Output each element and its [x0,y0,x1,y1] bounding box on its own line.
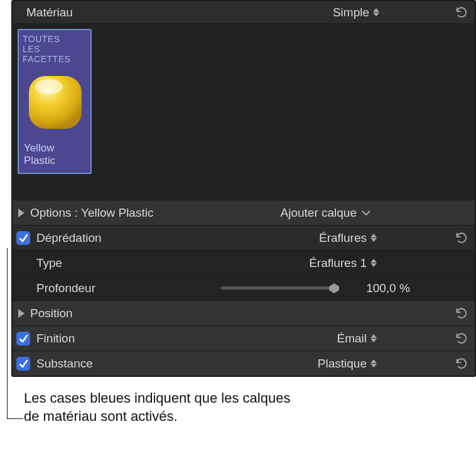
updown-icon [371,334,377,342]
substance-value-label: Plastique [318,357,367,371]
substance-row: Substance Plastique [13,351,475,376]
updown-icon [371,234,377,242]
material-thumb [23,68,88,137]
type-row: Type Éraflures 1 [13,250,475,275]
callout-text: Les cases bleues indiquent que les calqu… [0,377,301,425]
substance-value-dropdown[interactable]: Plastique [318,357,381,371]
material-card-heading: TOUTES LES FACETTES [23,34,87,64]
reset-button[interactable] [455,332,468,346]
svg-marker-1 [373,13,379,16]
updown-icon [373,8,379,16]
name-line2: Plastic [24,155,55,166]
finish-value-label: Émail [337,332,367,346]
mode-dropdown-label: Simple [333,6,369,19]
add-layer-label: Ajouter calque [281,206,357,220]
svg-marker-4 [18,209,24,217]
depr-value-dropdown[interactable]: Éraflures [319,231,381,245]
chevron-down-icon [362,210,371,215]
slider-thumb-icon[interactable] [329,283,339,296]
options-row: Options : Yellow Plastic Ajouter calque [13,200,475,225]
updown-icon [371,259,377,267]
svg-point-3 [35,79,63,94]
svg-marker-7 [371,259,377,263]
position-label: Position [30,307,412,320]
type-value-label: Éraflures 1 [309,256,367,270]
check-icon [18,233,28,243]
depth-row: Profondeur 100,0 % [13,275,475,300]
svg-marker-5 [371,234,377,237]
depr-value-label: Éraflures [319,231,367,245]
finish-row: Finition Émail [13,325,475,351]
depth-label: Profondeur [36,281,220,295]
slider-track [220,286,337,290]
depth-value: 100,0 % [343,281,437,295]
svg-marker-12 [371,339,377,342]
depth-slider[interactable] [220,286,337,290]
depr-row: Déprédation Éraflures [13,225,475,250]
material-name: Yellow Plastic [23,142,87,166]
position-row: Position [13,300,475,325]
reset-button[interactable] [455,231,468,245]
svg-marker-9 [329,283,339,293]
options-label: Options : Yellow Plastic [30,206,281,220]
svg-marker-13 [371,359,377,363]
reset-button[interactable] [455,357,468,371]
svg-marker-11 [371,334,377,338]
finish-label: Finition [36,332,337,346]
svg-marker-0 [373,8,379,12]
position-reset-slot [412,307,468,320]
reset-button[interactable] [455,307,468,320]
svg-marker-6 [371,238,377,242]
materials-area: TOUTES LES FACETTES [13,24,475,200]
substance-label: Substance [36,357,318,371]
triangle-right-icon [18,209,24,217]
add-layer-dropdown[interactable]: Ajouter calque [281,206,374,220]
heading-line1: TOUTES [23,34,60,44]
callout-line [7,248,23,419]
updown-icon [371,359,377,367]
svg-marker-14 [371,364,377,367]
material-preview-icon [24,71,87,134]
depr-label: Déprédation [36,231,319,245]
svg-marker-8 [371,263,377,267]
material-card[interactable]: TOUTES LES FACETTES [18,29,92,174]
mode-dropdown[interactable]: Simple [333,6,379,19]
finish-value-dropdown[interactable]: Émail [337,332,381,346]
depr-reset-slot [381,231,468,245]
substance-reset-slot [381,357,468,371]
options-disclosure[interactable] [13,209,30,217]
reset-button[interactable] [455,6,468,19]
heading-line2: LES FACETTES [23,44,70,64]
name-line1: Yellow [24,142,55,154]
panel-title: Matériau [26,6,333,19]
inspector-panel: Matériau Simple TOUTES LES FACETTES [11,0,476,377]
panel-header: Matériau Simple [13,1,475,24]
type-value-dropdown[interactable]: Éraflures 1 [309,256,381,270]
depr-checkbox[interactable] [16,231,30,245]
finish-reset-slot [381,332,468,346]
type-label: Type [36,256,309,270]
